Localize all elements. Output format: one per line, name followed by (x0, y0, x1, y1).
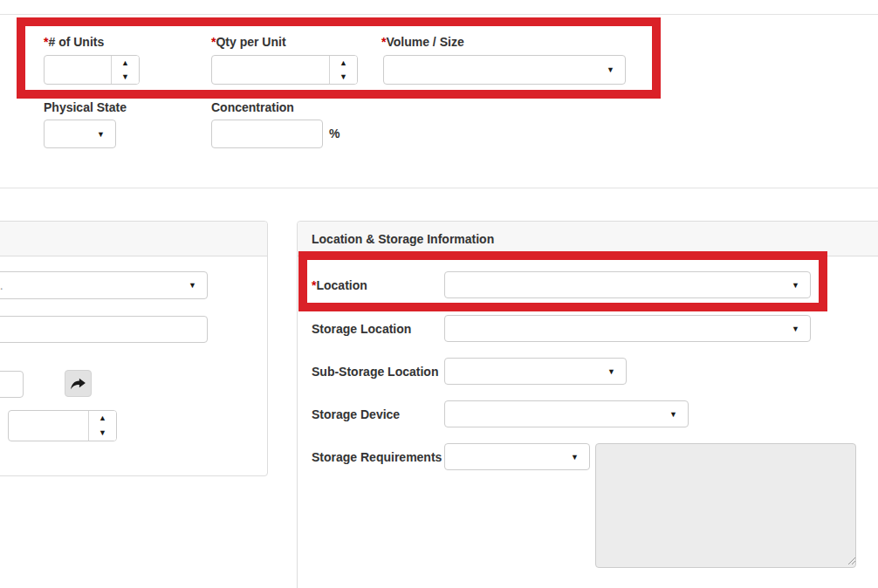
left-text-input[interactable] (0, 316, 208, 343)
location-dropdown[interactable]: ▼ (444, 271, 811, 298)
left-amount-spinner: ▲ ▼ (8, 410, 117, 441)
units-increase-button[interactable]: ▲ (112, 56, 139, 70)
left-panel-header (0, 222, 267, 256)
caret-down-icon: ▼ (607, 367, 615, 376)
caret-down-icon: ▼ (669, 410, 677, 419)
location-label: *Location (312, 278, 367, 292)
storage-requirements-dropdown[interactable]: ▼ (444, 443, 590, 470)
qty-per-unit-spinner: ▲ ▼ (211, 55, 358, 85)
storage-requirements-notes-textarea[interactable] (595, 443, 856, 568)
sub-storage-location-label: Sub-Storage Location (312, 365, 438, 379)
volume-size-label: *Volume / Size (381, 35, 464, 49)
spinner-up-icon: ▲ (340, 59, 347, 67)
qty-decrease-button[interactable]: ▼ (330, 70, 357, 84)
divider-middle (0, 188, 878, 188)
storage-location-label: Storage Location (312, 322, 411, 336)
units-spinner: ▲ ▼ (44, 55, 140, 85)
physical-state-label: Physical State (44, 100, 127, 114)
lookup-button[interactable] (65, 370, 92, 397)
left-amount-input[interactable] (9, 411, 88, 441)
concentration-input[interactable] (211, 120, 323, 148)
left-select-dropdown-value: Select... (0, 278, 3, 292)
units-decrease-button[interactable]: ▼ (112, 70, 139, 84)
sub-storage-location-dropdown[interactable]: ▼ (444, 358, 627, 385)
qty-per-unit-input[interactable] (212, 56, 329, 84)
storage-device-dropdown[interactable]: ▼ (444, 400, 689, 427)
storage-location-dropdown[interactable]: ▼ (444, 315, 811, 342)
location-storage-panel-title: Location & Storage Information (312, 232, 494, 246)
divider-top (0, 14, 878, 15)
qty-spinner-buttons: ▲ ▼ (329, 56, 357, 84)
storage-device-label: Storage Device (312, 407, 400, 421)
forward-arrow-icon (71, 378, 86, 390)
caret-down-icon: ▼ (97, 130, 105, 139)
caret-down-icon: ▼ (189, 281, 196, 290)
spinner-down-icon: ▼ (340, 73, 347, 81)
spinner-down-icon: ▼ (121, 73, 129, 81)
location-storage-panel: Location & Storage Information *Location… (297, 221, 878, 588)
units-spinner-buttons: ▲ ▼ (111, 56, 139, 84)
qty-increase-button[interactable]: ▲ (330, 56, 357, 70)
volume-size-dropdown[interactable]: ▼ (383, 55, 626, 85)
concentration-percent-suffix: % (329, 126, 340, 140)
physical-state-dropdown[interactable]: ▼ (44, 120, 116, 148)
form-page: *# of Units *Qty per Unit *Volume / Size… (0, 0, 878, 588)
qty-per-unit-label: *Qty per Unit (211, 35, 286, 49)
units-label: *# of Units (44, 35, 104, 49)
spinner-up-icon: ▲ (99, 414, 106, 422)
caret-down-icon: ▼ (607, 65, 614, 74)
concentration-label: Concentration (211, 100, 294, 114)
left-panel: Select... ▼ ▲ ▼ (0, 221, 268, 476)
spinner-up-icon: ▲ (121, 59, 129, 67)
left-lookup-input[interactable] (0, 371, 24, 398)
caret-down-icon: ▼ (792, 325, 799, 333)
caret-down-icon: ▼ (792, 281, 799, 290)
left-amount-spinner-buttons: ▲ ▼ (88, 411, 116, 441)
units-input[interactable] (45, 56, 111, 84)
left-amount-increase-button[interactable]: ▲ (89, 411, 116, 426)
caret-down-icon: ▼ (571, 453, 579, 462)
storage-requirements-label: Storage Requirements (312, 450, 442, 464)
left-select-dropdown[interactable]: Select... ▼ (0, 271, 208, 299)
spinner-down-icon: ▼ (99, 429, 106, 437)
location-storage-panel-header: Location & Storage Information (298, 222, 878, 256)
left-amount-decrease-button[interactable]: ▼ (89, 426, 116, 441)
